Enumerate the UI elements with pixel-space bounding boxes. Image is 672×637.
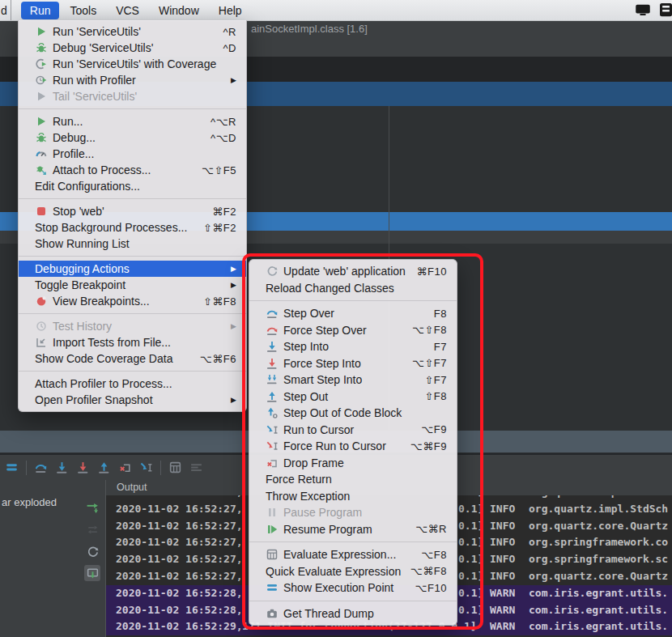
menu-item-view-breakpoints[interactable]: View Breakpoints...⇧⌘F8 [19,293,246,309]
menu-item-shortcut: ^D [223,42,237,54]
menubar-item-tools[interactable]: Tools [61,2,105,19]
swap-button[interactable] [84,521,100,537]
log-level: WARN [490,602,515,619]
menubar-item-run[interactable]: Run [21,2,60,19]
artifact-node[interactable]: ar exploded [2,496,57,508]
menu-separator [19,256,246,257]
toolbar-separator [26,461,27,475]
submenu-arrow-icon: ▶ [231,265,236,273]
ide-screenshot: javavar2,ptiIOExccepear)throws SocketExc… [0,0,672,637]
menubar-item-help[interactable]: Help [210,2,251,19]
display-icon[interactable] [635,2,651,18]
menu-separator [19,108,246,109]
menu-build-partial[interactable]: d [0,4,11,17]
menu-item-label: Open Profiler Snapshot [35,393,153,406]
log-timestamp: 2020-11-02 16:52:27, [116,551,243,568]
menu-item-attach-to-process[interactable]: Attach to Process...⌥⇧F5 [19,162,246,178]
log-package: org.quartz.core.Quartz [529,568,668,585]
menu-item-attach-profiler-to-process[interactable]: Attach Profiler to Process... [19,376,246,392]
menu-item-run-with-profiler[interactable]: Run with Profiler▶ [19,72,246,88]
menu-item-show-code-coverage-data[interactable]: Show Code Coverage Data⌥⌘F6 [19,350,246,367]
menu-item-show-running-list[interactable]: Show Running List [19,236,246,252]
submenu-arrow-icon: ▶ [231,76,236,84]
menu-item-debug-serviceutils[interactable]: Debug 'ServiceUtils'^D [19,40,246,56]
menu-item-run-serviceutils[interactable]: Run 'ServiceUtils'^R [19,23,246,40]
log-level: WARN [490,585,515,602]
menu-item-toggle-breakpoint[interactable]: Toggle Breakpoint▶ [19,277,246,293]
submenu-arrow-icon: ▶ [231,396,236,404]
rerun-button[interactable] [84,543,100,559]
menu-item-run-serviceutils-with-coverage[interactable]: Run 'ServiceUtils' with Coverage [19,56,246,72]
run-profiler-icon [35,74,49,87]
menubar-item-vcs[interactable]: VCS [107,2,148,19]
menu-item-debugging-actions[interactable]: Debugging Actions▶ [19,261,246,277]
menu-item-stop-web[interactable]: Stop 'web'⌘F2 [19,203,246,219]
menu-item-label: Test History [53,320,112,333]
menu-item-edit-configurations[interactable]: Edit Configurations... [19,178,246,194]
menu-item-run[interactable]: Run...^⌥R [19,113,246,130]
menu-item-shortcut: ⌘F2 [212,206,236,218]
log-level: INFO [490,495,515,501]
log-timestamp: 2020-11-02 16:52:27, [116,501,243,518]
toolbar-separator [160,461,161,475]
force-step-into-button[interactable] [74,460,91,476]
menu-item-profile[interactable]: Profile... [19,146,246,162]
menubar-item-window[interactable]: Window [150,2,208,19]
menu-item-tail-serviceutils[interactable]: Tail 'ServiceUtils' [19,88,246,104]
run-to-cursor-button[interactable] [138,460,154,476]
update-application-button[interactable] [84,499,100,516]
log-package: org.springframework.co [529,534,668,551]
log-level: INFO [490,568,515,585]
menu-item-shortcut: ⌥⇧F5 [202,164,236,176]
update-classes-button[interactable] [84,565,100,581]
evaluate-expression-button[interactable] [167,460,183,476]
log-level: WARN [490,618,515,635]
panel-divider[interactable] [105,480,106,637]
import-tests-icon [35,336,49,350]
menu-item-label: Run with Profiler [53,74,136,87]
log-package: com.iris.egrant.utils. [529,602,668,619]
menu-item-import-tests-from-file[interactable]: Import Tests from File... [19,334,246,350]
menu-item-label: Profile... [53,147,94,160]
step-into-button[interactable] [53,460,70,476]
debug-icon [35,41,49,55]
log-timestamp: 2020-11-02 16:52:29, [116,618,243,635]
submenu-arrow-icon: ▶ [231,322,236,330]
run-icon [35,25,49,39]
menu-item-open-profiler-snapshot[interactable]: Open Profiler Snapshot▶ [19,392,246,408]
log-package: org.springframework.sc [529,551,668,568]
menu-item-label: Debugging Actions [35,262,130,275]
menu-item-label: Attach to Process... [53,163,151,176]
drop-frame-button[interactable] [117,460,133,476]
menu-item-label: Debug 'ServiceUtils' [53,41,153,54]
step-over-button[interactable] [32,460,49,476]
menubar-divider [11,0,11,20]
tab-output[interactable]: Output [117,482,147,493]
show-execution-point-button[interactable] [3,460,19,476]
log-package: com.iris.egrant.utils. [529,585,668,602]
log-level: INFO [490,551,515,568]
step-out-button[interactable] [96,460,112,476]
log-timestamp: 2020-11-02 16:52:27, [116,534,243,551]
menu-item-shortcut: ^R [223,26,237,38]
menu-item-test-history[interactable]: Test History▶ [19,318,246,334]
menu-item-shortcut: ⇧⌘F8 [203,295,236,308]
menu-separator [19,313,246,314]
clipped-tray-icon[interactable] [656,2,672,18]
menu-item-label: Run 'ServiceUtils' with Coverage [53,57,216,70]
macos-menu-bar: d RunToolsVCSWindowHelp [0,0,672,21]
log-timestamp: 2020-11-02 16:52:27, [116,568,243,585]
menu-item-debug[interactable]: Debug...^⌥D [19,130,246,146]
log-package: com.iris.egrant.utils. [529,618,668,635]
log-package: org.quartz.impl.StdSch [529,495,668,501]
stream-trace-button[interactable] [188,460,204,476]
menu-item-shortcut: ⌥⌘F6 [200,353,236,365]
menu-item-stop-background-processes[interactable]: Stop Background Processes...⇧⌘F2 [19,219,246,236]
log-timestamp: 2020-11-02 16:52:27, [116,518,243,535]
run-menu-dropdown: Run 'ServiceUtils'^RDebug 'ServiceUtils'… [18,20,247,412]
menu-item-label: Run... [53,115,83,128]
breakpoint-icon [35,295,49,308]
menu-item-label: Stop Background Processes... [35,221,187,234]
tail-icon [35,90,49,104]
menu-item-label: View Breakpoints... [53,295,150,308]
